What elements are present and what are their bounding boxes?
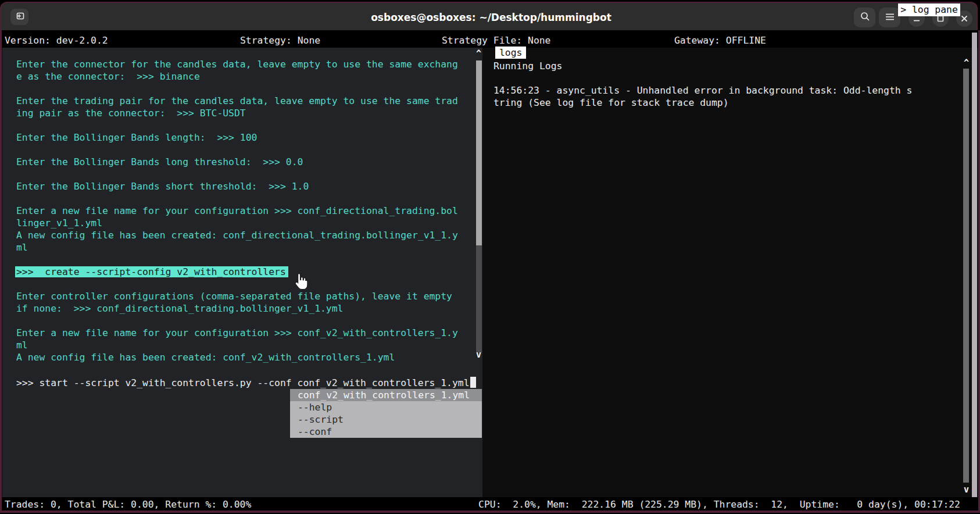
- terminal-output-line: [16, 192, 458, 205]
- terminal-output-line: A new config file has been created: conf…: [16, 351, 458, 363]
- mouse-cursor: [294, 272, 309, 292]
- output-scroll-up-icon[interactable]: ^: [476, 49, 481, 58]
- status-system-label: CPU: 2.0%, Mem: 222.16 MB (225.29 MB), T…: [478, 498, 960, 511]
- terminal-output-line: [16, 278, 458, 290]
- magnifier-icon: [860, 11, 870, 24]
- command-input[interactable]: >>> start --script v2_with_controllers.p…: [16, 377, 476, 389]
- menu-button[interactable]: [879, 8, 900, 27]
- autocomplete-option[interactable]: conf_v2_with_controllers_1.yml: [290, 389, 482, 401]
- terminal-output-line: ml: [16, 241, 458, 254]
- terminal-output-line: ing pair as the connector: >>> BTC-USDT: [16, 107, 458, 119]
- gateway-label: Gateway: OFFLINE: [674, 34, 766, 47]
- terminal-output-line: Enter the connector for the candles data…: [16, 58, 458, 70]
- terminal-output-line: >>> create --script-config v2_with_contr…: [16, 266, 458, 278]
- window-border-left: [0, 30, 2, 511]
- autocomplete-option[interactable]: --conf: [290, 426, 482, 438]
- running-logs-title: Running Logs: [493, 60, 562, 72]
- log-scrollbar-track[interactable]: [963, 69, 969, 483]
- close-icon: [961, 13, 968, 24]
- terminal-output-line: Enter the Bollinger Bands length: >>> 10…: [16, 131, 458, 144]
- titlebar[interactable]: osboxes@osboxes: ~/Desktop/hummingbot: [0, 2, 978, 30]
- terminal-output-line: linger_v1_1.yml: [16, 217, 458, 229]
- output-scrollbar-thumb[interactable]: [476, 60, 482, 245]
- output-lines: Enter the connector for the candles data…: [16, 58, 458, 363]
- terminal-output-line: Enter the trading pair for the candles d…: [16, 95, 458, 107]
- status-trades-label: Trades: 0, Total P&L: 0.00, Return %: 0.…: [5, 498, 251, 511]
- log-line: tring (See log file for stack trace dump…: [493, 97, 912, 109]
- command-text: >>> start --script v2_with_controllers.p…: [16, 377, 470, 388]
- output-scrollbar-track[interactable]: [476, 245, 482, 352]
- terminal-output-line: Enter a new file name for your configura…: [16, 327, 458, 339]
- autocomplete-option[interactable]: --help: [290, 401, 482, 413]
- autocomplete-dropdown: conf_v2_with_controllers_1.yml--help--sc…: [290, 389, 482, 438]
- terminal-output-line: e as the connector: >>> binance: [16, 70, 458, 83]
- terminal-output-line: [16, 254, 458, 266]
- log-scroll-up-icon[interactable]: ^: [964, 58, 969, 67]
- autocomplete-option[interactable]: --script: [290, 413, 482, 426]
- window-border-bottom: [0, 511, 980, 513]
- terminal-scrollbar[interactable]: [972, 33, 977, 508]
- terminal-output-line: if none: >>> conf_directional_trading.bo…: [16, 302, 458, 315]
- highlighted-command: >>> create --script-config v2_with_contr…: [15, 266, 288, 277]
- window-title: osboxes@osboxes: ~/Desktop/hummingbot: [1, 12, 980, 23]
- log-pane-button[interactable]: > log pane: [898, 3, 960, 16]
- text-cursor: [470, 377, 476, 388]
- hamburger-icon: [885, 12, 895, 23]
- terminal-output-line: [16, 315, 458, 327]
- log-line: 14:56:23 - async_utils - Unhandled error…: [493, 84, 912, 97]
- terminal-output-line: A new config file has been created: conf…: [16, 229, 458, 241]
- terminal-output-line: Enter the Bollinger Bands short threshol…: [16, 180, 458, 192]
- terminal-window: osboxes@osboxes: ~/Desktop/hummingbot: [0, 0, 980, 514]
- tab-logs[interactable]: logs: [495, 47, 526, 59]
- output-scroll-down-icon[interactable]: v: [476, 350, 481, 359]
- terminal-output-line: [16, 83, 458, 95]
- strategy-label: Strategy: None: [240, 34, 320, 47]
- strategy-file-label: Strategy File: None: [442, 34, 551, 47]
- terminal-output-line: [16, 144, 458, 156]
- terminal-output-line: [16, 119, 458, 131]
- terminal-output-line: Enter the Bollinger Bands long threshold…: [16, 156, 458, 168]
- terminal-output-line: Enter a new file name for your configura…: [16, 205, 458, 217]
- terminal-output-line: [16, 168, 458, 180]
- terminal-output-line: ml: [16, 339, 458, 351]
- hummingbot-header: Version: dev-2.0.2 Strategy: None Strate…: [2, 30, 978, 48]
- log-lines: 14:56:23 - async_utils - Unhandled error…: [493, 84, 912, 109]
- search-button[interactable]: [854, 8, 875, 27]
- terminal-output-line: Enter controller configurations (comma-s…: [16, 290, 458, 302]
- log-scroll-down-icon[interactable]: v: [964, 485, 969, 494]
- version-label: Version: dev-2.0.2: [5, 34, 108, 47]
